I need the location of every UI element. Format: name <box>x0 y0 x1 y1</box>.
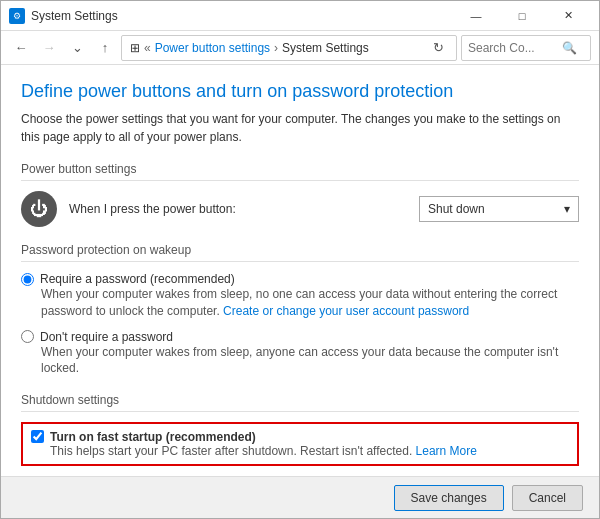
breadcrumb-system-settings: System Settings <box>282 41 369 55</box>
page-title: Define power buttons and turn on passwor… <box>21 81 579 102</box>
power-button-section-header: Power button settings <box>21 162 579 181</box>
breadcrumb: ⊞ « Power button settings › System Setti… <box>121 35 457 61</box>
fast-startup-checkbox[interactable] <box>31 430 44 443</box>
password-section: Password protection on wakeup Require a … <box>21 243 579 377</box>
forward-button[interactable]: → <box>37 36 61 60</box>
shutdown-section: Shutdown settings Turn on fast startup (… <box>21 393 579 476</box>
password-radio-group: Require a password (recommended) When yo… <box>21 272 579 377</box>
power-button-row: ⏻ When I press the power button: Shut do… <box>21 191 579 227</box>
power-button-label: When I press the power button: <box>69 202 407 216</box>
breadcrumb-sep1: › <box>274 41 278 55</box>
shutdown-section-header: Shutdown settings <box>21 393 579 412</box>
up-button[interactable]: ↑ <box>93 36 117 60</box>
content-area: Define power buttons and turn on passwor… <box>1 65 599 476</box>
require-password-radio[interactable] <box>21 273 34 286</box>
search-box: 🔍 <box>461 35 591 61</box>
search-icon: 🔍 <box>562 41 577 55</box>
minimize-button[interactable]: — <box>453 1 499 31</box>
dropdown-arrow-icon: ▾ <box>564 202 570 216</box>
windows-logo-icon: ⊞ <box>130 41 140 55</box>
cancel-button[interactable]: Cancel <box>512 485 583 511</box>
fast-startup-row: Turn on fast startup (recommended) This … <box>21 422 579 466</box>
change-password-link[interactable]: Create or change your user account passw… <box>223 304 469 318</box>
window-controls: — □ ✕ <box>453 1 591 31</box>
system-settings-window: ⚙ System Settings — □ ✕ ← → ⌄ ↑ ⊞ « Powe… <box>0 0 600 519</box>
no-password-option: Don't require a password When your compu… <box>21 330 579 378</box>
page-description: Choose the power settings that you want … <box>21 110 579 146</box>
recent-button[interactable]: ⌄ <box>65 36 89 60</box>
refresh-button[interactable]: ↻ <box>429 40 448 55</box>
footer: Save changes Cancel <box>1 476 599 518</box>
back-button[interactable]: ← <box>9 36 33 60</box>
shutdown-dropdown-value: Shut down <box>428 202 485 216</box>
breadcrumb-power-options[interactable]: Power button settings <box>155 41 270 55</box>
require-password-label: Require a password (recommended) <box>40 272 235 286</box>
no-password-desc: When your computer wakes from sleep, any… <box>41 344 579 378</box>
require-password-desc: When your computer wakes from sleep, no … <box>41 286 579 320</box>
no-password-label: Don't require a password <box>40 330 173 344</box>
maximize-button[interactable]: □ <box>499 1 545 31</box>
window-title: System Settings <box>31 9 453 23</box>
save-changes-button[interactable]: Save changes <box>394 485 504 511</box>
close-button[interactable]: ✕ <box>545 1 591 31</box>
password-section-header: Password protection on wakeup <box>21 243 579 262</box>
require-password-option: Require a password (recommended) When yo… <box>21 272 579 320</box>
shutdown-dropdown[interactable]: Shut down ▾ <box>419 196 579 222</box>
title-bar: ⚙ System Settings — □ ✕ <box>1 1 599 31</box>
fast-startup-desc: This helps start your PC faster after sh… <box>50 444 477 458</box>
no-password-radio[interactable] <box>21 330 34 343</box>
learn-more-link[interactable]: Learn More <box>416 444 477 458</box>
power-icon: ⏻ <box>21 191 57 227</box>
fast-startup-label: Turn on fast startup (recommended) <box>50 430 256 444</box>
address-bar: ← → ⌄ ↑ ⊞ « Power button settings › Syst… <box>1 31 599 65</box>
window-icon: ⚙ <box>9 8 25 24</box>
search-input[interactable] <box>468 41 558 55</box>
